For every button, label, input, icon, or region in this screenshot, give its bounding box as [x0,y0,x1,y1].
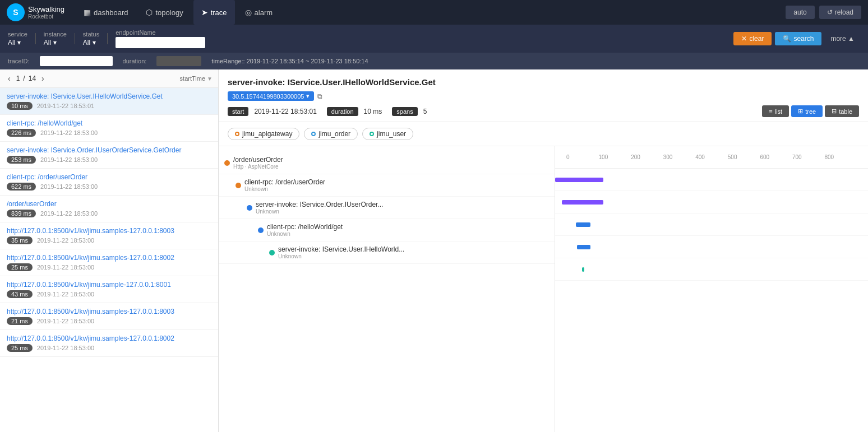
axis-tick: 600 [760,154,792,166]
span-sub: Http · AspNetCore [233,164,283,170]
trace-time: 2019-11-22 18:53:00 [37,264,94,271]
span-bar [562,200,603,205]
view-tree-button[interactable]: ⊞ tree [791,105,823,117]
service-label: service [8,31,27,38]
reload-label: reload [835,8,853,16]
endpoint-input[interactable] [116,37,205,48]
trace-meta: 21 ms 2019-11-22 18:53:00 [7,317,211,325]
axis-tick: 100 [599,154,631,166]
app-name: Skywalking [28,5,64,14]
nav-dashboard[interactable]: ▦ dashboard [76,0,136,25]
trace-time: 2019-11-22 18:53:00 [40,210,98,217]
view-list-button[interactable]: ≡ list [762,105,789,117]
span-name: server-invoke: IService.Order.IUserOrder… [256,201,383,208]
span-row[interactable]: server-invoke: IService.Order.IUserOrder… [219,197,555,219]
filter-actions: ✕ clear 🔍 search more ▲ [733,32,860,45]
chip-jimu_order[interactable]: jimu_order [304,128,358,140]
detail-header: server-invoke: IService.User.IHelloWorld… [219,69,868,122]
copy-icon[interactable]: ⧉ [317,92,322,100]
trace-badge: 226 ms [7,129,36,137]
view-list-label: list [775,108,782,115]
top-right-actions: auto ↺ reload [786,6,861,19]
span-bar [577,245,591,249]
duration-input[interactable] [156,56,201,66]
logo-text: Skywalking Rocketbot [28,5,64,20]
trace-name: client-rpc: /order/userOrder [7,173,211,181]
trace-item[interactable]: server-invoke: IService.Order.IUserOrder… [0,142,218,169]
start-time-label: startTime ▼ [180,75,213,82]
search-icon: 🔍 [783,35,791,43]
duration-value: 10 ms [364,108,382,115]
main-layout: ‹ 1 / 14 › startTime ▼ server-invoke: IS… [0,69,868,432]
span-info: server-invoke: IService.User.IHelloWorld… [278,245,404,259]
trace-item[interactable]: http://127.0.0.1:8500/v1/kv/jimu.samples… [0,330,218,357]
clear-icon: ✕ [741,35,747,43]
trace-icon: ➤ [201,8,208,17]
clear-button[interactable]: ✕ clear [733,32,772,45]
status-select-wrapper[interactable]: All ▾ [83,39,99,47]
pagination-bar: ‹ 1 / 14 › startTime ▼ [0,69,218,88]
span-row[interactable]: client-rpc: /helloWorld/get Unknown [219,219,555,241]
span-sub: Unknown [267,231,343,237]
nav-trace[interactable]: ➤ trace [193,0,235,25]
trace-item[interactable]: http://127.0.0.1:8500/v1/kv/jimu.samples… [0,249,218,276]
status-label: status [83,31,99,38]
traceid-input[interactable] [40,56,113,66]
service-filter: service All ▾ [8,31,27,47]
trace-meta: 226 ms 2019-11-22 18:53:00 [7,129,211,137]
trace-item[interactable]: http://127.0.0.1:8500/v1/kv/jimu.samples… [0,222,218,249]
table-icon: ⊟ [832,108,837,115]
next-page-button[interactable]: › [39,73,47,84]
nav-topology[interactable]: ⬡ topology [138,0,191,25]
reload-button[interactable]: ↺ reload [819,6,861,19]
trace-meta: 839 ms 2019-11-22 18:53:00 [7,210,211,217]
chip-jimu_apigateway[interactable]: jimu_apigateway [228,128,299,140]
view-table-button[interactable]: ⊟ table [825,105,859,117]
page-total: 14 [29,75,36,82]
span-dot [247,205,252,211]
left-panel: ‹ 1 / 14 › startTime ▼ server-invoke: IS… [0,69,219,432]
axis-tick: 200 [631,154,663,166]
trace-item[interactable]: server-invoke: IService.User.IHelloWorld… [0,88,218,115]
trace-name: server-invoke: IService.Order.IUserOrder… [7,146,211,154]
span-name: /order/userOrder [233,156,283,164]
more-button[interactable]: more ▲ [825,32,860,45]
trace-item[interactable]: /order/userOrder 839 ms 2019-11-22 18:53… [0,196,218,222]
search-button[interactable]: 🔍 search [775,32,821,45]
page-sep: / [23,75,25,82]
view-buttons: ≡ list ⊞ tree ⊟ table [762,105,859,117]
top-nav: S Skywalking Rocketbot ▦ dashboard ⬡ top… [0,0,868,25]
axis-tick: 500 [728,154,760,166]
span-row[interactable]: client-rpc: /order/userOrder Unknown [219,174,555,197]
bar-row [555,258,868,281]
prev-page-button[interactable]: ‹ [6,73,13,84]
instance-select-wrapper[interactable]: All ▾ [44,39,67,47]
bar-row [555,191,868,213]
instance-value: All [44,39,51,47]
trace-id-badge: 30.5.15744199803300005 ▾ [228,91,314,101]
trace-badge: 21 ms [7,317,33,325]
chip-jimu_user[interactable]: jimu_user [362,128,413,140]
alarm-icon: ◎ [245,8,252,17]
trace-item[interactable]: http://127.0.0.1:8500/v1/kv/jimu.sample-… [0,276,218,303]
axis-tick: 800 [825,154,857,166]
view-table-label: table [839,108,852,115]
trace-name: server-invoke: IService.User.IHelloWorld… [7,92,211,100]
nav-alarm[interactable]: ◎ alarm [237,0,281,25]
trace-name: /order/userOrder [7,200,211,208]
trace-item[interactable]: client-rpc: /order/userOrder 622 ms 2019… [0,169,218,196]
trace-name: client-rpc: /helloWorld/get [7,119,211,127]
span-row[interactable]: server-invoke: IService.User.IHelloWorld… [219,241,555,264]
trace-item[interactable]: http://127.0.0.1:8500/v1/kv/jimu.samples… [0,303,218,330]
span-sub: Unknown [244,186,325,192]
trace-badge: 25 ms [7,344,33,352]
span-info: /order/userOrder Http · AspNetCore [233,156,283,170]
trace-item[interactable]: client-rpc: /helloWorld/get 226 ms 2019-… [0,115,218,142]
search-label: search [793,35,814,43]
status-filter: status All ▾ [83,31,99,47]
service-select-wrapper[interactable]: All ▾ [8,39,27,47]
auto-button[interactable]: auto [786,6,814,19]
span-row[interactable]: /order/userOrder Http · AspNetCore [219,152,555,174]
logo-area: S Skywalking Rocketbot [7,3,64,21]
trace-badge: 839 ms [7,210,36,217]
